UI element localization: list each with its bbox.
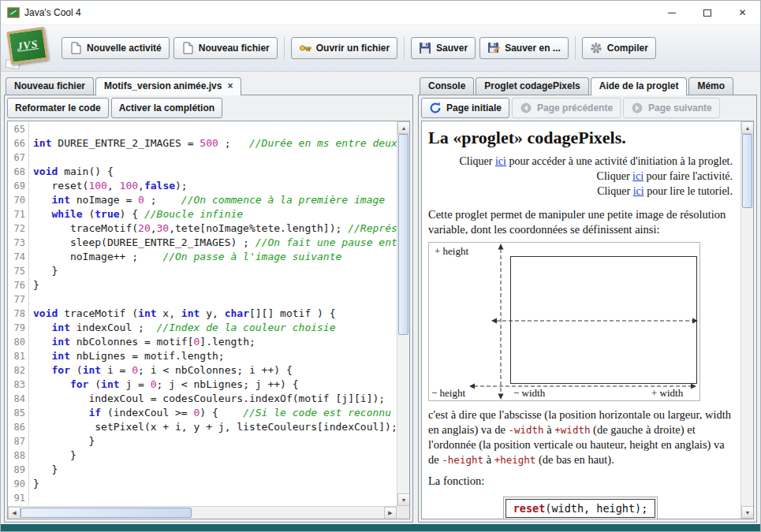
help-body: c'est à dire que l'abscisse (la position…	[428, 407, 733, 468]
tab-motifs-file[interactable]: Motifs_version animée.jvs×	[95, 77, 241, 95]
code-line[interactable]: 84 indexCoul = codesCouleurs.indexOf(mot…	[8, 392, 397, 406]
code-line[interactable]: 85 if (indexCoul >= 0) { //Si le code es…	[8, 406, 397, 420]
help-viewer: La «proglet» codagePixels. Cliquer ici p…	[421, 121, 754, 519]
compile-button[interactable]: Compiler	[582, 37, 656, 59]
minimize-button[interactable]	[654, 1, 689, 24]
ici-link[interactable]: ici	[633, 185, 644, 197]
code-line[interactable]: 65	[8, 122, 397, 136]
line-number: 69	[8, 179, 29, 193]
code-lines[interactable]: 6566int DUREE_ENTRE_2_IMAGES = 500 ; //D…	[8, 121, 397, 506]
code-token: -height	[442, 454, 483, 466]
code-line[interactable]: 75 }	[8, 264, 397, 278]
code-line[interactable]: 87 }	[8, 434, 397, 448]
code-text: }	[29, 477, 39, 491]
code-line[interactable]: 69 reset(100, 100,false);	[8, 179, 397, 193]
code-line[interactable]: 79 int indexCoul ; //Index de la couleur…	[8, 321, 397, 335]
new-file-button[interactable]: Nouveau fichier	[173, 37, 278, 59]
line-number: 66	[8, 136, 29, 151]
scroll-right-button[interactable]: ▶	[384, 507, 397, 519]
diagram-label-plus-width: + width	[651, 387, 684, 399]
code-line[interactable]: 77	[8, 292, 397, 307]
scroll-thumb[interactable]	[398, 134, 408, 335]
ici-link[interactable]: ici	[632, 170, 643, 182]
editor-vertical-scrollbar[interactable]: ▲ ▼	[397, 121, 409, 506]
help-vertical-scrollbar[interactable]: ▲ ▼	[740, 121, 753, 519]
ici-link[interactable]: ici	[495, 155, 506, 167]
scroll-track[interactable]	[741, 134, 753, 506]
help-pane: Console Proglet codagePixels Aide de la …	[418, 75, 757, 523]
code-line[interactable]: 86 setPixel(x + i, y + j, listeCouleurs[…	[8, 420, 397, 434]
editor-panel-body: Reformater le code Activer la complétion…	[4, 95, 413, 523]
help-tabbar: Console Proglet codagePixels Aide de la …	[418, 75, 757, 95]
code-line[interactable]: 89 }	[8, 463, 397, 477]
reformat-button[interactable]: Reformater le code	[7, 98, 109, 118]
scroll-thumb[interactable]	[21, 508, 192, 518]
save-as-button[interactable]: Sauver en ...	[479, 37, 569, 59]
close-button[interactable]: ✕	[725, 1, 760, 24]
line-number: 75	[8, 264, 29, 278]
completion-button[interactable]: Activer la complétion	[111, 98, 222, 118]
scroll-left-button[interactable]: ◀	[8, 507, 21, 519]
code-line[interactable]: 80 int nbColonnes = motif[0].length;	[8, 335, 397, 349]
code-text: noImage++ ; //On passe à l'image suivant…	[29, 250, 341, 264]
code-line[interactable]: 78void traceMotif (int x, int y, char[][…	[8, 307, 397, 321]
code-line[interactable]: 66int DUREE_ENTRE_2_IMAGES = 500 ; //Dur…	[8, 136, 397, 151]
code-text: int indexCoul ; //Index de la couleur ch…	[29, 321, 336, 335]
code-line[interactable]: 83 for (int j = 0; j < nbLignes; j ++) {	[8, 378, 397, 392]
line-number: 83	[8, 378, 29, 392]
code-line[interactable]: 73 sleep(DUREE_ENTRE_2_IMAGES) ; //On fa…	[8, 236, 397, 250]
code-line[interactable]: 71 while (true) { //Boucle infinie	[8, 207, 397, 221]
line-number: 68	[8, 165, 29, 179]
code-text: void main() {	[29, 165, 114, 179]
code-text: sleep(DUREE_ENTRE_2_IMAGES) ; //On fait …	[29, 236, 397, 250]
code-line[interactable]: 90}	[8, 477, 397, 491]
scroll-track[interactable]	[397, 134, 409, 493]
scroll-up-button[interactable]: ▲	[741, 121, 754, 134]
line-number: 89	[8, 463, 29, 477]
code-text	[29, 292, 33, 307]
code-line[interactable]: 81 int nbLignes = motif.length;	[8, 349, 397, 363]
line-number: 91	[8, 491, 29, 505]
main-area: Nouveau fichier Motifs_version animée.jv…	[1, 72, 760, 524]
code-line[interactable]: 67	[8, 151, 397, 165]
tab-close-icon[interactable]: ×	[227, 80, 233, 91]
save-as-icon	[487, 42, 500, 54]
toolbar-separator	[575, 36, 576, 60]
code-line[interactable]: 76}	[8, 278, 397, 292]
maximize-button[interactable]	[689, 1, 725, 24]
open-file-button[interactable]: Ouvrir un fichier	[291, 37, 397, 59]
scroll-up-button[interactable]: ▲	[397, 121, 410, 134]
tab-nouveau-fichier[interactable]: Nouveau fichier	[6, 77, 94, 95]
coordinates-diagram: + height − height − width + width	[428, 242, 700, 401]
line-number: 77	[8, 292, 29, 307]
diagram-label-plus-height: + height	[435, 245, 468, 257]
code-line[interactable]: 91	[8, 491, 397, 505]
page-suivante-button[interactable]: Page suivante	[623, 98, 720, 118]
editor-horizontal-scrollbar[interactable]: ◀ ▶	[8, 506, 397, 519]
scroll-down-button[interactable]: ▼	[741, 506, 754, 519]
scroll-thumb[interactable]	[742, 134, 752, 208]
tab-console[interactable]: Console	[420, 77, 474, 95]
code-line[interactable]: 88 }	[8, 448, 397, 463]
scroll-track[interactable]	[21, 507, 384, 519]
code-line[interactable]: 70 int noImage = 0 ; //On commence à la …	[8, 193, 397, 207]
help-title: La «proglet» codagePixels.	[428, 128, 733, 148]
code-line[interactable]: 72 traceMotif(20,30,tete[noImage%tete.le…	[8, 221, 397, 236]
code-line[interactable]: 68void main() {	[8, 165, 397, 179]
page-initiale-button[interactable]: Page initiale	[421, 98, 509, 118]
help-nav: Page initiale Page précédente	[419, 95, 756, 121]
function-name: reset	[513, 502, 546, 515]
save-button[interactable]: Sauver	[411, 37, 476, 59]
help-link-line: Cliquer ici pour faire l'activité.	[428, 169, 733, 184]
code-line[interactable]: 74 noImage++ ; //On passe à l'image suiv…	[8, 250, 397, 264]
new-activity-button[interactable]: Nouvelle activité	[62, 37, 170, 59]
tab-proglet-codagepixels[interactable]: Proglet codagePixels	[476, 77, 588, 95]
main-toolbar: JVS Nouvelle activité Nouveau fichier	[1, 24, 760, 72]
code-text: reset(100, 100,false);	[29, 179, 188, 193]
code-line[interactable]: 82 for (int i = 0; i < nbColonnes; i ++)…	[8, 363, 397, 378]
page-precedente-button[interactable]: Page précédente	[512, 98, 621, 118]
scroll-down-button[interactable]: ▼	[397, 493, 410, 506]
tab-memo[interactable]: Mémo	[688, 77, 733, 95]
code-text: }	[29, 434, 95, 448]
tab-aide-proglet[interactable]: Aide de la proglet	[591, 77, 688, 95]
